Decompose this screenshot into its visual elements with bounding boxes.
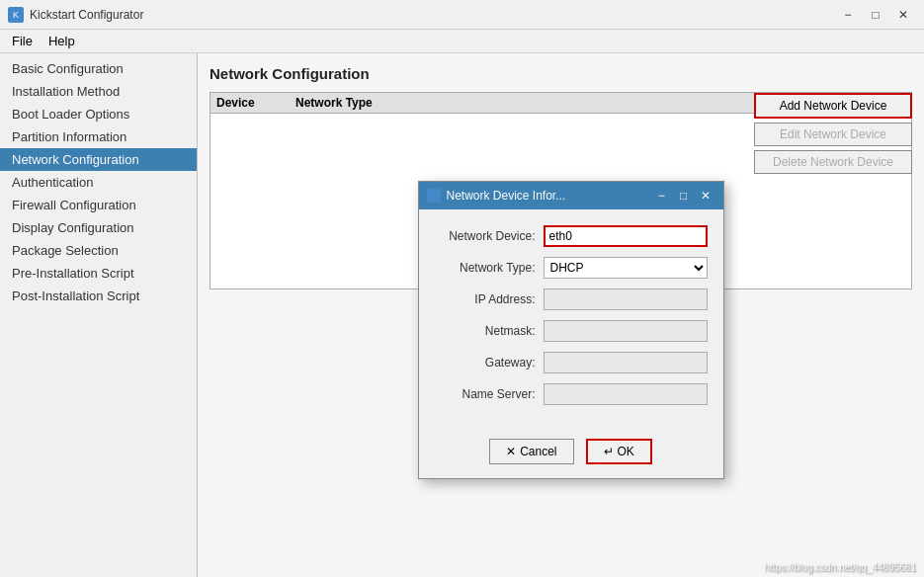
network-type-select-wrap: DHCP Static BOOTP (544, 257, 708, 279)
cancel-label: Cancel (520, 445, 556, 458)
menu-file[interactable]: File (4, 32, 41, 50)
gateway-input[interactable] (544, 352, 708, 373)
network-type-label: Network Type: (435, 261, 544, 275)
network-device-label: Network Device: (435, 229, 544, 243)
title-bar: K Kickstart Configurator − □ ✕ (0, 0, 924, 30)
content-area: Network Configuration Device Network Typ… (198, 53, 924, 577)
ok-button[interactable]: ↵ OK (586, 439, 652, 464)
sidebar-item-1[interactable]: Installation Method (0, 80, 197, 103)
network-device-input[interactable] (544, 225, 708, 247)
dialog-close-button[interactable]: ✕ (696, 187, 715, 205)
network-device-dialog: Network Device Infor... − □ ✕ Network De… (418, 181, 724, 479)
sidebar-item-4[interactable]: Network Configuration (0, 148, 197, 171)
delete-network-device-button[interactable]: Delete Network Device (754, 150, 912, 174)
watermark: https://blog.csdn.net/qq_44895681 (765, 562, 916, 573)
dialog-minimize-button[interactable]: − (652, 187, 672, 205)
network-type-row: Network Type: DHCP Static BOOTP (435, 257, 708, 279)
dialog-footer: ✕ Cancel ↵ OK (419, 431, 723, 478)
edit-network-device-button[interactable]: Edit Network Device (754, 123, 912, 146)
cancel-icon: ✕ (506, 445, 516, 458)
ip-address-label: IP Address: (435, 292, 544, 306)
col-device-header: Device (216, 96, 295, 110)
sidebar-item-0[interactable]: Basic Configuration (0, 57, 197, 80)
right-buttons: Add Network Device Edit Network Device D… (754, 93, 912, 174)
sidebar-item-9[interactable]: Pre-Installation Script (0, 262, 197, 285)
ip-address-row: IP Address: (435, 288, 708, 310)
ok-icon: ↵ (604, 445, 614, 458)
minimize-button[interactable]: − (835, 5, 861, 25)
dialog-controls: − □ ✕ (652, 187, 715, 205)
network-type-select[interactable]: DHCP Static BOOTP (544, 257, 708, 279)
sidebar-item-8[interactable]: Package Selection (0, 239, 197, 262)
network-device-row: Network Device: (435, 225, 708, 247)
app-title: Kickstart Configurator (30, 8, 835, 22)
netmask-label: Netmask: (435, 324, 544, 338)
ip-address-input[interactable] (544, 288, 708, 310)
ok-label: OK (618, 445, 634, 458)
sidebar-item-5[interactable]: Authentication (0, 171, 197, 194)
add-network-device-button[interactable]: Add Network Device (754, 93, 912, 119)
sidebar-item-2[interactable]: Boot Loader Options (0, 103, 197, 125)
dialog-body: Network Device: Network Type: DHCP Stati… (419, 209, 723, 431)
menu-bar: File Help (0, 30, 924, 53)
gateway-row: Gateway: (435, 352, 708, 373)
name-server-label: Name Server: (435, 387, 544, 401)
main-container: Basic ConfigurationInstallation MethodBo… (0, 53, 924, 577)
sidebar-item-3[interactable]: Partition Information (0, 125, 197, 148)
sidebar-item-6[interactable]: Firewall Configuration (0, 194, 197, 216)
app-icon: K (8, 7, 24, 23)
dialog-title-bar: Network Device Infor... − □ ✕ (419, 182, 723, 209)
section-title: Network Configuration (210, 65, 912, 82)
title-bar-controls: − □ ✕ (835, 5, 916, 25)
dialog-icon (427, 189, 441, 203)
sidebar-item-7[interactable]: Display Configuration (0, 216, 197, 239)
dialog-title: Network Device Infor... (447, 189, 652, 203)
menu-help[interactable]: Help (41, 32, 83, 50)
maximize-button[interactable]: □ (863, 5, 888, 25)
close-button[interactable]: ✕ (890, 5, 916, 25)
name-server-input[interactable] (544, 383, 708, 405)
sidebar: Basic ConfigurationInstallation MethodBo… (0, 53, 198, 577)
netmask-input[interactable] (544, 320, 708, 342)
gateway-label: Gateway: (435, 356, 544, 370)
cancel-button[interactable]: ✕ Cancel (489, 439, 573, 464)
dialog-maximize-button[interactable]: □ (674, 187, 694, 205)
name-server-row: Name Server: (435, 383, 708, 405)
netmask-row: Netmask: (435, 320, 708, 342)
sidebar-item-10[interactable]: Post-Installation Script (0, 285, 197, 307)
